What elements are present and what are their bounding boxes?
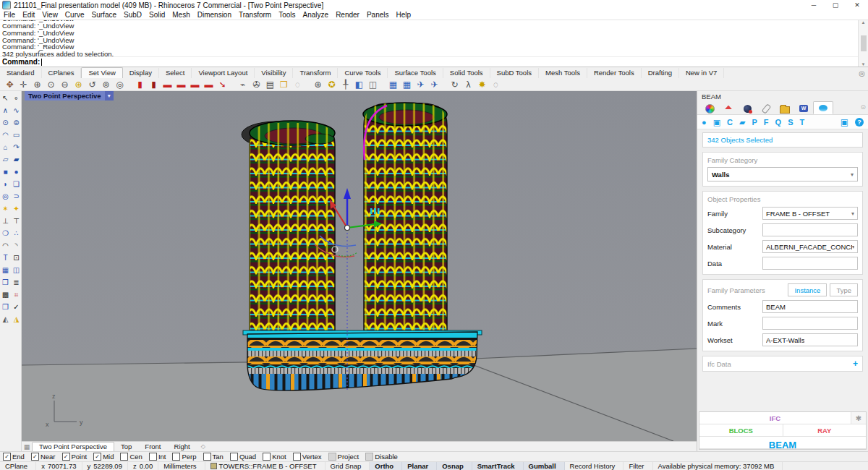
polyline-tool-icon[interactable]: ∧: [0, 105, 11, 117]
extrude-solid-icon[interactable]: ⊃: [11, 191, 22, 203]
layers-shell-icon[interactable]: [719, 103, 738, 114]
toolbar-tab[interactable]: Standard: [0, 68, 42, 78]
osnap-toggle[interactable]: End: [3, 453, 25, 461]
insert-column-icon[interactable]: ≣: [11, 277, 22, 289]
circle-tool-icon[interactable]: ⊙: [0, 117, 11, 129]
curve-tool-icon[interactable]: ∿: [11, 105, 22, 117]
p-command-icon[interactable]: P: [752, 116, 757, 129]
folder-blue-icon[interactable]: ▰: [739, 116, 745, 129]
car-view-2-icon[interactable]: ▬: [174, 79, 188, 90]
scrollbar-thumb[interactable]: [861, 35, 867, 51]
surface-edge-icon[interactable]: ▰: [11, 154, 22, 166]
osnap-toggle[interactable]: Cen: [120, 453, 142, 461]
scroll-up-icon[interactable]: ▲: [861, 20, 866, 25]
checkbox[interactable]: [328, 453, 336, 461]
menu-item[interactable]: File: [0, 10, 19, 20]
status-cell[interactable]: Record History: [565, 462, 624, 470]
elevation-view-icon[interactable]: ▦: [400, 79, 414, 90]
named-views-folder-icon[interactable]: ❒: [277, 79, 291, 90]
checkbox[interactable]: [93, 453, 101, 461]
help-icon[interactable]: ?: [855, 118, 864, 127]
split-icon[interactable]: ⊤: [11, 215, 22, 228]
camera-person-icon[interactable]: ╀: [339, 79, 352, 90]
toolbar-tab[interactable]: Drafting: [642, 68, 679, 78]
pan-hand-icon[interactable]: ✥: [3, 79, 17, 90]
surface-plane-icon[interactable]: ▱: [0, 154, 11, 166]
sun-study-icon[interactable]: ✸: [475, 79, 489, 90]
display-wheel-icon[interactable]: [700, 103, 719, 114]
viewport-dropdown-icon[interactable]: ▾: [105, 91, 114, 101]
family-select[interactable]: FRAME B - OFFSET ▾: [762, 207, 858, 220]
airplane-view-1-icon[interactable]: ✈: [414, 79, 427, 90]
menu-item[interactable]: Dimension: [194, 10, 235, 20]
command-scrollbar[interactable]: ▲ ▼: [858, 20, 868, 67]
trim-icon[interactable]: ⊥: [0, 215, 11, 228]
menu-item[interactable]: Curve: [61, 10, 88, 20]
toolbar-tab[interactable]: Display: [123, 68, 159, 78]
osnap-toggle[interactable]: Near: [31, 453, 56, 461]
toolbar-tab[interactable]: Curve Tools: [338, 68, 388, 78]
curve-arc-icon[interactable]: ◠: [0, 240, 11, 252]
s-command-icon[interactable]: S: [788, 116, 793, 129]
move-view-icon[interactable]: ✛: [17, 79, 30, 90]
web-browser-icon[interactable]: W: [794, 103, 813, 114]
sync-icon[interactable]: C: [727, 116, 733, 129]
viewport-title-tab[interactable]: Two Point Perspective ▾: [25, 91, 114, 101]
menu-item[interactable]: Render: [332, 10, 363, 20]
menu-item[interactable]: View: [38, 10, 61, 20]
menu-item[interactable]: Mesh: [169, 10, 193, 20]
viewport-canvas[interactable]: Two Point Perspective ▾: [22, 91, 697, 441]
toolbar-tab[interactable]: New in V7: [679, 68, 724, 78]
checkbox[interactable]: [3, 453, 11, 461]
checkbox[interactable]: [149, 453, 157, 461]
toolbar-tab[interactable]: Transform: [293, 68, 338, 78]
cone-tool-icon[interactable]: ◭: [0, 314, 11, 326]
torus-solid-icon[interactable]: ◎: [0, 191, 11, 203]
toolbar-tab[interactable]: CPlanes: [42, 68, 82, 78]
arc-tool-icon[interactable]: ◠: [0, 129, 11, 142]
scroll-down-icon[interactable]: ▼: [861, 62, 866, 67]
osnap-toggle[interactable]: Int: [149, 453, 166, 461]
group-tool-icon[interactable]: ❐: [0, 302, 11, 314]
menu-item[interactable]: Panels: [363, 10, 393, 20]
status-cell[interactable]: TOWERS::FRAME B - OFFSET: [205, 462, 326, 470]
named-view-red-icon[interactable]: ▮: [133, 79, 147, 90]
cylinder-solid-icon[interactable]: ◗: [0, 179, 11, 191]
status-cell[interactable]: Ortho: [370, 462, 402, 470]
toolbar-tab[interactable]: SubD Tools: [490, 68, 539, 78]
zoom-in-icon[interactable]: ⊕: [30, 79, 44, 90]
mark-field[interactable]: [762, 317, 858, 330]
ifc-add-button[interactable]: +: [853, 359, 858, 369]
blocs-tab[interactable]: BLOCS: [699, 424, 783, 436]
plan-view-icon[interactable]: ▦: [386, 79, 400, 90]
toolbar-tab[interactable]: Set View: [81, 67, 122, 78]
toolbar-tab[interactable]: Render Tools: [587, 68, 642, 78]
osnap-toggle[interactable]: Knot: [263, 453, 286, 461]
checkbox[interactable]: [365, 453, 373, 461]
ray-tab[interactable]: RAY: [783, 424, 867, 436]
array-rect-icon[interactable]: ▦: [0, 265, 11, 277]
comments-field[interactable]: BEAM: [762, 300, 858, 313]
fillet-edge-icon[interactable]: ✦: [11, 203, 22, 215]
checkbox[interactable]: [172, 453, 180, 461]
status-cell[interactable]: Millimeters: [158, 462, 205, 470]
checkbox[interactable]: [31, 453, 39, 461]
orbit-view-icon[interactable]: ↻: [448, 79, 461, 90]
status-cell[interactable]: Gumball: [524, 462, 565, 470]
drop-solid-icon[interactable]: ❍: [0, 228, 11, 240]
explode-icon[interactable]: ✶: [0, 203, 11, 215]
instance-button[interactable]: Instance: [788, 283, 827, 296]
circle-view-icon[interactable]: ◌: [489, 79, 503, 90]
image-icon[interactable]: ▣: [841, 116, 848, 129]
ifc-tab[interactable]: IFC: [699, 412, 851, 424]
beam-tab[interactable]: BEAM: [699, 437, 866, 453]
viewport-tab-expander-icon[interactable]: ◇: [197, 443, 205, 450]
status-cell[interactable]: Grid Snap: [326, 462, 370, 470]
checkbox[interactable]: [62, 453, 70, 461]
toolbar-tab[interactable]: Mesh Tools: [539, 68, 587, 78]
attachments-clip-icon[interactable]: [757, 103, 775, 114]
checkbox[interactable]: [203, 453, 211, 461]
text-tool-icon[interactable]: T: [0, 252, 11, 265]
osnap-toggle[interactable]: Mid: [93, 453, 114, 461]
osnap-toggle[interactable]: Project: [328, 453, 359, 461]
